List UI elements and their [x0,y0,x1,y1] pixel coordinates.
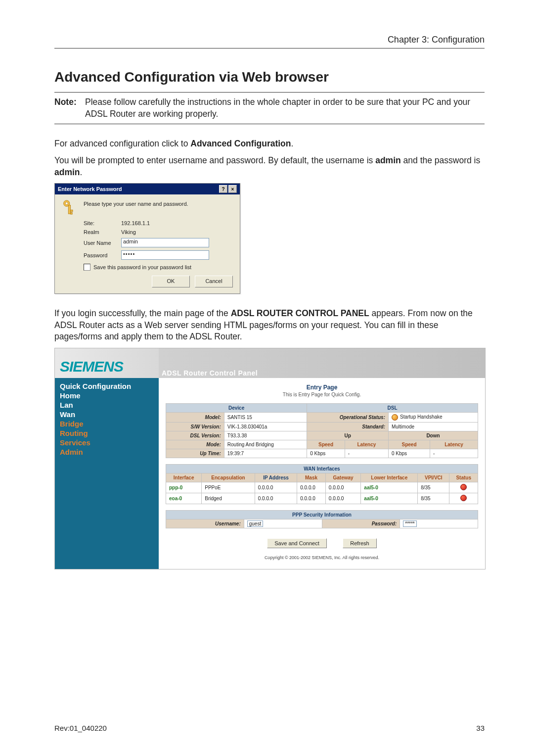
help-icon[interactable]: ? [219,185,227,193]
text-bold: admin [54,167,80,177]
title-rule-top [54,92,485,93]
vpi-value: 8/35 [418,482,449,493]
entry-page-subtitle: This is Entry Page for Quick Config. [166,392,478,397]
up-latency-header: Latency [345,440,388,449]
col-interface: Interface [166,473,202,482]
col-gateway: Gateway [325,473,361,482]
paragraph-credentials: You will be prompted to enter username a… [54,155,485,178]
close-icon[interactable]: × [228,185,237,193]
dsl-version-label: DSL Version: [166,431,224,440]
dsl-header: DSL [307,404,478,413]
down-latency-header: Latency [430,440,478,449]
copyright-text: Copyright © 2001-2002 SIEMENS, Inc. All … [166,555,478,560]
down-speed-header: Speed [388,440,430,449]
sw-version-value: VIK-1.38.030401a [224,423,307,431]
text: You will be prompted to enter username a… [54,155,375,165]
col-vpi-vci: VPI/VCI [418,473,449,482]
sidebar: Quick Configuration Home Lan Wan Bridge … [55,378,159,569]
username-label: User Name [84,240,121,246]
sw-version-label: S/W Version: [166,423,224,431]
sidebar-item-services[interactable]: Services [60,438,154,447]
encap-value: Bridged [202,493,255,504]
note-label: Note: [54,96,85,120]
ip-address-link[interactable]: IP Address [263,475,289,480]
up-header: Up [307,431,389,440]
down-header: Down [388,431,478,440]
cancel-button[interactable]: Cancel [195,276,233,287]
ppp-header: PPP Security Information [166,511,478,520]
uptime-label: Up Time: [166,449,224,458]
encap-value: PPPoE [202,482,255,493]
col-ipaddress: IP Address [255,473,297,482]
realm-label: Realm [84,229,121,235]
gateway-value: 0.0.0.0 [325,493,361,504]
password-input[interactable]: ••••• [121,250,209,260]
standard-value: Multimode [388,423,478,431]
sidebar-item-bridge[interactable]: Bridge [60,420,154,428]
ppp-username-input[interactable]: guest [247,520,263,527]
svg-rect-4 [71,213,73,215]
text-bold: ADSL ROUTER CONTROL PANEL [231,308,369,318]
realm-value: Viking [121,229,136,235]
ppp-password-label: Password: [322,520,400,528]
save-connect-button[interactable]: Save and Connect [267,538,327,548]
text: For advanced configuration click to [54,139,190,148]
text: If you login successfully, the main page… [54,308,231,318]
site-label: Site: [84,220,121,226]
save-password-checkbox[interactable] [84,264,90,271]
header-rule [54,48,485,48]
sidebar-item-routing[interactable]: Routing [60,429,154,437]
sidebar-item-admin[interactable]: Admin [60,448,154,456]
status-down-icon [460,495,467,501]
ppp-table: PPP Security Information Username: guest… [166,510,478,528]
page-footer: Rev:01_040220 33 [54,724,485,732]
sidebar-item-home[interactable]: Home [60,391,154,400]
login-dialog: Enter Network Password ? × Please type y… [54,183,240,294]
note-text: Please follow carefully the instructions… [85,96,485,120]
revision-text: Rev:01_040220 [54,724,107,732]
table-row: eoa-0 Bridged 0.0.0.0 0.0.0.0 0.0.0.0 aa… [166,493,478,504]
site-value: 192.168.1.1 [121,220,150,226]
up-speed-value: 0 Kbps [307,449,345,458]
key-icon [62,199,77,215]
brand-bar: ADSL Router Control Panel [159,348,485,378]
entry-page-title: Entry Page [166,384,478,391]
op-status-value: Startup Handshake [388,413,478,423]
svg-rect-3 [71,210,73,212]
ppp-password-input[interactable]: ***** [403,520,416,527]
mode-label: Mode: [166,440,224,449]
interface-link[interactable]: ppp-0 [169,485,182,490]
lower-interface-link[interactable]: aal5-0 [364,496,378,501]
sidebar-item-quick-config[interactable]: Quick Configuration [60,382,154,390]
device-header: Device [166,404,307,413]
text: . [291,139,294,148]
svg-point-1 [65,202,68,205]
title-rule-bottom [54,124,485,124]
svg-rect-2 [68,205,70,214]
uptime-value: 19:39:7 [224,449,307,458]
model-value: SANTIS 15 [224,413,307,423]
username-input[interactable]: admin [121,238,209,247]
ok-button[interactable]: OK [152,276,190,287]
refresh-button[interactable]: Refresh [343,538,377,548]
up-latency-value: - [345,449,388,458]
sidebar-item-wan[interactable]: Wan [60,410,154,419]
wan-table: WAN Interfaces Interface Encapsulation I… [166,464,478,504]
vpi-value: 8/35 [418,493,449,504]
note-block: Note: Please follow carefully the instru… [54,96,485,120]
ip-value: 0.0.0.0 [255,482,297,493]
interface-link[interactable]: eoa-0 [169,496,182,501]
sidebar-item-lan[interactable]: Lan [60,401,154,409]
gateway-value: 0.0.0.0 [325,482,361,493]
ppp-username-label: Username: [166,520,244,528]
lower-interface-link[interactable]: aal5-0 [364,485,378,490]
paragraph-login-success: If you login successfully, the main page… [54,308,485,343]
down-speed-value: 0 Kbps [388,449,430,458]
text: and the password is [401,155,481,165]
standard-label: Standard: [307,423,389,431]
mask-value: 0.0.0.0 [297,493,326,504]
chapter-label: Chapter 3: Configuration [54,35,485,48]
mode-value: Routing And Bridging [224,440,307,449]
down-latency-value: - [430,449,478,458]
dialog-title-text: Enter Network Password [58,186,122,192]
